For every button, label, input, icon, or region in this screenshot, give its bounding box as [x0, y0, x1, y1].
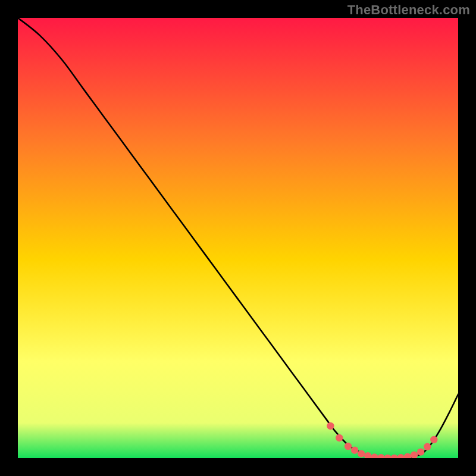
data-marker	[417, 448, 424, 455]
watermark-text: TheBottleneck.com	[347, 2, 470, 18]
data-marker	[336, 434, 343, 441]
data-marker	[345, 443, 352, 450]
data-marker	[424, 443, 431, 450]
data-marker	[327, 422, 334, 430]
gradient-background	[18, 18, 458, 458]
data-marker	[351, 446, 358, 453]
chart-svg	[18, 18, 458, 458]
plot-area	[18, 18, 458, 458]
data-marker	[358, 450, 365, 457]
chart-stage: TheBottleneck.com	[0, 0, 476, 476]
data-marker	[430, 436, 437, 443]
